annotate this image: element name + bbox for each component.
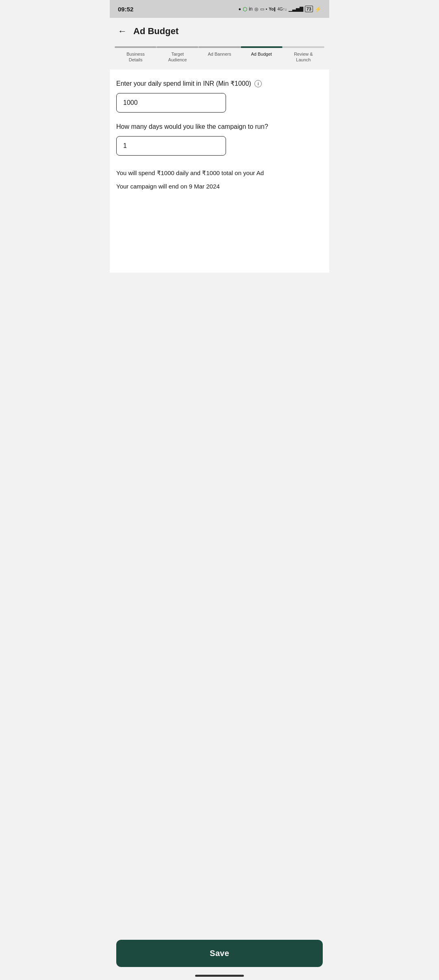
- vpn-icon: ⬡: [243, 6, 247, 12]
- daily-spend-label: Enter your daily spend limit in INR (Min…: [116, 79, 323, 88]
- step-progress: BusinessDetails TargetAudience Ad Banner…: [110, 43, 329, 69]
- battery-indicator: 73: [305, 6, 313, 12]
- signal-bars: ▁▃▅▇: [289, 6, 303, 12]
- save-button-container: Save: [116, 940, 323, 967]
- step-bar-banners: [198, 46, 240, 48]
- campaign-end-date: Your campaign will end on 9 Mar 2024: [116, 182, 323, 191]
- step-ad-budget[interactable]: Ad Budget: [241, 46, 283, 57]
- spend-summary: You will spend ₹1000 daily and ₹1000 tot…: [116, 169, 323, 178]
- page-title: Ad Budget: [133, 26, 178, 37]
- step-bar-review: [283, 46, 324, 48]
- network-label: Yo∥: [269, 7, 276, 11]
- step-label-budget: Ad Budget: [251, 51, 272, 57]
- step-review-launch[interactable]: Review &Launch: [283, 46, 324, 63]
- step-bar-budget: [241, 46, 283, 48]
- campaign-days-input[interactable]: [116, 136, 226, 156]
- info-icon[interactable]: i: [254, 80, 262, 87]
- step-label-business: BusinessDetails: [126, 51, 145, 63]
- step-target-audience[interactable]: TargetAudience: [156, 46, 198, 63]
- save-button[interactable]: Save: [116, 940, 323, 967]
- back-arrow-icon: ←: [118, 26, 127, 36]
- app-icon-1: ◎: [254, 7, 259, 12]
- charging-icon: ⚡: [315, 6, 321, 12]
- dot-icon: •: [266, 7, 267, 11]
- status-bar: 09:52 ● ⬡ in ◎ ▭ • Yo∥ 4G↑↓ ▁▃▅▇ 73 ⚡: [110, 0, 329, 18]
- status-icons: ● ⬡ in ◎ ▭ • Yo∥ 4G↑↓ ▁▃▅▇ 73 ⚡: [239, 6, 322, 12]
- status-time: 09:52: [118, 6, 133, 13]
- step-bar-audience: [156, 46, 198, 48]
- signal-4g: 4G↑↓: [277, 7, 287, 11]
- main-content: Enter your daily spend limit in INR (Min…: [110, 69, 329, 273]
- home-indicator: [195, 975, 244, 977]
- header: ← Ad Budget: [110, 18, 329, 43]
- step-ad-banners[interactable]: Ad Banners: [198, 46, 240, 57]
- step-label-review: Review &Launch: [294, 51, 313, 63]
- wifi-icon: ●: [239, 7, 241, 11]
- step-label-audience: TargetAudience: [168, 51, 187, 63]
- app-icon-2: ▭: [260, 7, 264, 12]
- step-bar-business: [115, 46, 156, 48]
- campaign-days-label: How many days would you like the campaig…: [116, 122, 323, 131]
- linkedin-icon: in: [249, 6, 252, 12]
- step-label-banners: Ad Banners: [208, 51, 231, 57]
- back-button[interactable]: ←: [116, 24, 128, 38]
- step-business-details[interactable]: BusinessDetails: [115, 46, 156, 63]
- daily-spend-input[interactable]: [116, 93, 226, 113]
